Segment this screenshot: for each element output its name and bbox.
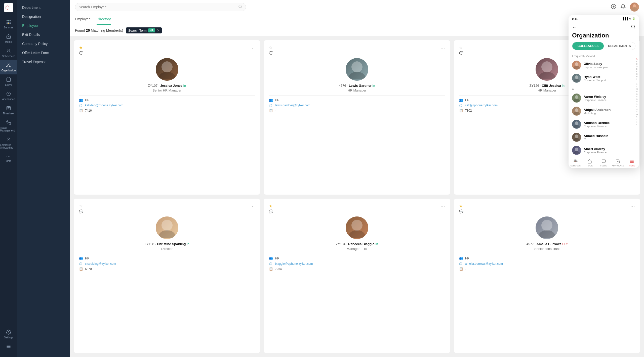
sidebar-item-employee[interactable]: Employee: [17, 21, 70, 30]
card-dots-menu[interactable]: ⋯: [440, 204, 445, 209]
alpha-letter[interactable]: S: [636, 103, 638, 105]
alpha-letter[interactable]: D: [636, 65, 638, 68]
alpha-letter[interactable]: H: [636, 75, 638, 78]
star-icon[interactable]: ★: [269, 204, 273, 208]
nav-organization[interactable]: Organization: [0, 60, 17, 74]
search-box[interactable]: [75, 3, 246, 11]
nav-self-service[interactable]: Self-service: [0, 46, 17, 60]
nav-timesheet[interactable]: Timesheet: [0, 103, 17, 117]
nav-onboarding[interactable]: Employee Onboarding: [0, 135, 17, 152]
mobile-colleague-name: Ryan West: [584, 75, 635, 79]
card-dots-menu[interactable]: ⋯: [250, 204, 255, 209]
email-link[interactable]: c.spalding@zylker.com: [85, 262, 116, 265]
sidebar-item-offer-letter[interactable]: Offer Letter Form: [17, 48, 70, 57]
mobile-search-icon[interactable]: [631, 24, 635, 30]
mobile-colleague[interactable]: Ryan West Customer Support: [569, 72, 639, 85]
card-dots-menu[interactable]: ⋯: [630, 204, 635, 209]
user-avatar[interactable]: [630, 3, 639, 12]
nav-hamburger[interactable]: [4, 341, 13, 352]
mobile-person[interactable]: Ahmed Hussain IT: [569, 131, 639, 144]
mobile-bottom-approvals[interactable]: APPROVALS: [611, 159, 625, 167]
alpha-letter[interactable]: T: [636, 106, 638, 108]
alpha-letter[interactable]: E: [636, 68, 638, 70]
mobile-tab-departments[interactable]: DEPARTMENTS: [604, 42, 635, 50]
star-icon[interactable]: ☆: [459, 45, 463, 50]
sidebar-item-designation[interactable]: Designation: [17, 12, 70, 21]
star-icon[interactable]: ☆: [269, 45, 273, 50]
nav-settings[interactable]: Settings: [4, 327, 13, 341]
alpha-letter[interactable]: Y: [636, 118, 638, 120]
mobile-person[interactable]: Abigail Anderson Marketing: [569, 105, 639, 118]
chat-icon[interactable]: 💬: [79, 51, 83, 55]
sidebar-item-exit-details[interactable]: Exit Details: [17, 30, 70, 39]
mobile-bottom-services[interactable]: SERVICES: [569, 159, 583, 167]
email-link[interactable]: amelia.burrows@zylker.com: [465, 262, 503, 265]
alpha-letter[interactable]: C: [636, 63, 638, 65]
search-term-badge: Search Term HR ✕: [126, 27, 162, 33]
star-icon[interactable]: ☆: [79, 204, 83, 208]
sidebar-item-department[interactable]: Department: [17, 3, 70, 12]
alpha-letter[interactable]: M: [636, 88, 638, 90]
alpha-letter[interactable]: O: [636, 93, 638, 95]
mobile-colleague[interactable]: Olivia Stacy Support central plus: [569, 59, 639, 72]
card-dots-menu[interactable]: ⋯: [440, 45, 445, 51]
alpha-letter[interactable]: P: [636, 96, 638, 98]
alpha-letter[interactable]: Z: [636, 121, 638, 123]
nav-attendance[interactable]: Attendance: [0, 89, 17, 103]
mobile-bottom-more[interactable]: MORE: [625, 159, 639, 167]
alpha-letter[interactable]: B: [636, 60, 638, 63]
chat-icon[interactable]: 💬: [269, 51, 273, 55]
search-input[interactable]: [79, 5, 236, 9]
chat-icon[interactable]: 💬: [79, 209, 83, 213]
search-icon: [238, 5, 242, 10]
star-icon[interactable]: ★: [459, 204, 463, 208]
mobile-bottom-home[interactable]: HOME: [583, 159, 597, 167]
star-icon[interactable]: ★: [79, 45, 83, 50]
alpha-letter[interactable]: G: [636, 73, 638, 75]
tab-employee[interactable]: Employee: [75, 14, 91, 25]
email-link[interactable]: lewis.gardner@zylker.com: [275, 104, 310, 107]
alpha-letter[interactable]: Q: [636, 98, 638, 100]
alpha-letter[interactable]: K: [636, 83, 638, 85]
alpha-letter[interactable]: W: [636, 113, 638, 115]
bell-icon[interactable]: [620, 4, 626, 10]
mobile-tab-colleagues[interactable]: COLLEAGUES: [572, 42, 604, 50]
tab-directory[interactable]: Directory: [97, 14, 111, 25]
card-avatar: [79, 216, 255, 239]
sidebar-item-travel-expense[interactable]: Travel Expense: [17, 57, 70, 66]
email-link[interactable]: cliff@zphone.zylker.com: [465, 104, 498, 107]
nav-home[interactable]: Home: [0, 31, 17, 46]
svg-point-54: [575, 160, 576, 160]
sidebar-item-company-policy[interactable]: Company Policy: [17, 39, 70, 48]
mobile-person[interactable]: Addison Bernice Corporate Finance: [569, 118, 639, 131]
logo[interactable]: ⬡ Z: [4, 3, 13, 13]
remove-filter-button[interactable]: ✕: [157, 28, 160, 32]
alpha-letter[interactable]: X: [636, 116, 638, 118]
alpha-letter[interactable]: A: [636, 58, 638, 60]
alpha-letter[interactable]: N: [636, 91, 638, 93]
nav-services[interactable]: Services: [0, 17, 17, 31]
alpha-letter[interactable]: #: [636, 123, 638, 125]
alpha-letter[interactable]: I: [636, 78, 638, 80]
chat-icon[interactable]: 💬: [459, 209, 463, 213]
mobile-back-button[interactable]: ←: [572, 25, 577, 30]
mobile-person[interactable]: Albert Audrey Corporate Finance: [569, 144, 639, 157]
chat-icon[interactable]: 💬: [459, 51, 463, 55]
alpha-letter[interactable]: V: [636, 111, 638, 113]
alpha-letter[interactable]: R: [636, 101, 638, 103]
alpha-letter[interactable]: U: [636, 108, 638, 110]
email-link[interactable]: kalliden@zphone.zylker.com: [85, 104, 123, 107]
nav-more[interactable]: ··· More: [0, 152, 17, 165]
alpha-letter[interactable]: J: [636, 80, 638, 83]
chat-icon[interactable]: 💬: [269, 209, 273, 213]
mobile-bottom-feeds[interactable]: FEEDS: [597, 159, 611, 167]
nav-travel[interactable]: Travel Management: [0, 117, 17, 135]
email-link[interactable]: biaggio@zphone.zylker.com: [275, 262, 313, 265]
mobile-person[interactable]: Aaron Welsley Corporate Finance: [569, 92, 639, 105]
alpha-letter[interactable]: L: [636, 85, 638, 88]
email-icon: @: [79, 103, 83, 107]
alpha-letter[interactable]: F: [636, 70, 638, 73]
add-icon[interactable]: [611, 4, 616, 10]
card-dots-menu[interactable]: ⋯: [250, 45, 255, 51]
nav-leave[interactable]: Leave: [0, 74, 17, 89]
